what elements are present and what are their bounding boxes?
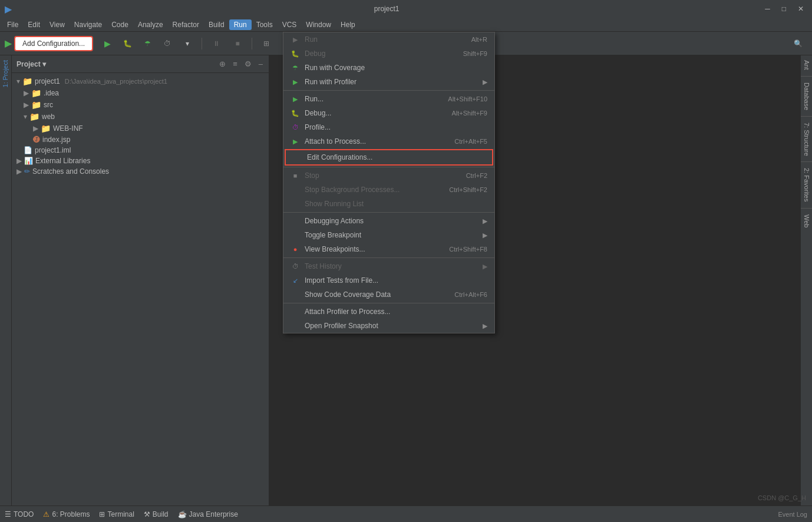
sidebar-item-structure[interactable]: 7: Structure bbox=[801, 118, 812, 161]
add-configuration-button[interactable]: Add Configuration... bbox=[14, 36, 93, 51]
menu-attach-profiler-item[interactable]: Attach Profiler to Process... bbox=[283, 305, 494, 319]
menu-tools[interactable]: Tools bbox=[252, 19, 278, 30]
menu-navigate[interactable]: Navigate bbox=[70, 19, 107, 30]
status-event-log[interactable]: Event Log bbox=[778, 511, 807, 518]
menu-file[interactable]: File bbox=[2, 19, 23, 30]
menu-debug-single-item[interactable]: 🐛 Debug... Alt+Shift+F9 bbox=[283, 106, 494, 120]
menu-import-tests-item[interactable]: ↙ Import Tests from File... bbox=[283, 273, 494, 288]
tree-item-idea[interactable]: ▶ 📁 .idea bbox=[12, 87, 269, 99]
menu-window[interactable]: Window bbox=[301, 19, 336, 30]
attach-icon: ▶ bbox=[291, 137, 300, 146]
profile-menu-icon: ⏱ bbox=[291, 123, 300, 132]
tree-item-scratches[interactable]: ▶ ✏ Scratches and Consoles bbox=[12, 166, 269, 177]
tree-item-project1[interactable]: ▾ 📁 project1 D:\Java\idea_java_projects\… bbox=[12, 75, 269, 87]
menu-run-item[interactable]: ▶ Run Alt+R bbox=[283, 32, 494, 47]
import-tests-icon: ↙ bbox=[291, 276, 300, 285]
dropdown-arrow-icon: ▾ bbox=[183, 39, 192, 48]
panel-close-icon[interactable]: – bbox=[258, 58, 264, 70]
status-java-enterprise[interactable]: ☕ Java Enterprise bbox=[178, 510, 238, 518]
sidebar-item-web[interactable]: Web bbox=[801, 210, 812, 232]
menu-debug-item[interactable]: 🐛 Debug Shift+F9 bbox=[283, 47, 494, 61]
minimize-button[interactable]: ─ bbox=[761, 4, 774, 14]
menu-refactor[interactable]: Refactor bbox=[168, 19, 204, 30]
menu-run-coverage-item[interactable]: ☂ Run with Coverage bbox=[283, 61, 494, 75]
separator-3 bbox=[283, 212, 494, 213]
run-menu[interactable]: ▶ Run Alt+R 🐛 Debug Shift+F9 ☂ Run with … bbox=[283, 32, 495, 333]
java-enterprise-icon: ☕ bbox=[178, 510, 187, 518]
menu-analyze[interactable]: Analyze bbox=[133, 19, 168, 30]
menu-edit[interactable]: Edit bbox=[23, 19, 45, 30]
tree-label-src: src bbox=[44, 101, 53, 109]
test-history-icon: ⏱ bbox=[291, 262, 300, 271]
search-everywhere-button[interactable]: 🔍 bbox=[788, 37, 807, 51]
todo-label: TODO bbox=[14, 510, 34, 518]
panel-gear-icon[interactable]: ⚙ bbox=[243, 58, 253, 70]
run-button[interactable]: ▶ bbox=[98, 37, 117, 51]
pause-icon: ⏸ bbox=[212, 39, 221, 48]
debug-single-shortcut: Alt+Shift+F9 bbox=[451, 110, 487, 117]
menu-build[interactable]: Build bbox=[204, 19, 229, 30]
menu-code[interactable]: Code bbox=[107, 19, 133, 30]
sidebar-item-database[interactable]: Database bbox=[801, 78, 812, 115]
menu-edit-config-item[interactable]: Edit Configurations... bbox=[285, 149, 493, 166]
menu-run-profiler-item[interactable]: ▶ Run with Profiler ▶ bbox=[283, 75, 494, 89]
tree-label-web: web bbox=[42, 113, 55, 121]
more-run-button[interactable]: ▾ bbox=[178, 37, 197, 51]
stop-icon: ■ bbox=[233, 39, 242, 48]
menu-view-breakpoints-item[interactable]: ● View Breakpoints... Ctrl+Shift+F8 bbox=[283, 242, 494, 256]
menu-vcs[interactable]: VCS bbox=[278, 19, 302, 30]
run-coverage-label: Run with Coverage bbox=[305, 64, 487, 72]
profile-button[interactable]: ⏱ bbox=[158, 37, 177, 51]
event-log-label: Event Log bbox=[778, 511, 807, 518]
run-menu-shortcut: Alt+R bbox=[471, 36, 487, 43]
menu-show-running-item[interactable]: Show Running List bbox=[283, 197, 494, 211]
maximize-button[interactable]: □ bbox=[778, 4, 790, 14]
menu-toggle-breakpoint-item[interactable]: Toggle Breakpoint ▶ bbox=[283, 228, 494, 242]
run-profiler-label: Run with Profiler bbox=[305, 78, 476, 86]
tree-label-extlibs: External Libraries bbox=[35, 157, 90, 165]
status-terminal[interactable]: ⊞ Terminal bbox=[99, 510, 134, 518]
menu-stop-item[interactable]: ■ Stop Ctrl+F2 bbox=[283, 169, 494, 183]
panel-settings-icon[interactable]: ≡ bbox=[232, 58, 239, 70]
tree-item-src[interactable]: ▶ 📁 src bbox=[12, 99, 269, 111]
debug-icon: 🐛 bbox=[123, 39, 132, 48]
tree-item-web[interactable]: ▾ 📁 web bbox=[12, 111, 269, 123]
iml-file-icon: 📄 bbox=[24, 146, 32, 154]
pause-button[interactable]: ⏸ bbox=[207, 37, 226, 51]
coverage-button[interactable]: ☂ bbox=[138, 37, 157, 51]
menu-show-coverage-item[interactable]: Show Code Coverage Data Ctrl+Alt+F6 bbox=[283, 288, 494, 302]
expand-arrow-web-icon: ▾ bbox=[24, 113, 27, 121]
menu-test-history-item[interactable]: ⏱ Test History ▶ bbox=[283, 259, 494, 273]
tree-item-webinf[interactable]: ▶ 📁 WEB-INF bbox=[12, 123, 269, 134]
menu-help[interactable]: Help bbox=[336, 19, 360, 30]
stop-toolbar-button[interactable]: ■ bbox=[228, 37, 247, 51]
tree-item-extlibs[interactable]: ▶ 📊 External Libraries bbox=[12, 156, 269, 166]
menu-open-profiler-snapshot-item[interactable]: Open Profiler Snapshot ▶ bbox=[283, 319, 494, 333]
menu-debugging-actions-item[interactable]: Debugging Actions ▶ bbox=[283, 214, 494, 228]
view-breakpoints-icon: ● bbox=[291, 245, 300, 254]
build-list-button[interactable]: ⊞ bbox=[257, 37, 276, 51]
status-bar: ☰ TODO ⚠ 6: Problems ⊞ Terminal ⚒ Build … bbox=[0, 506, 812, 522]
tree-item-iml[interactable]: 📄 project1.iml bbox=[12, 145, 269, 156]
debug-button[interactable]: 🐛 bbox=[118, 37, 137, 51]
sidebar-item-ant[interactable]: Ant bbox=[801, 55, 812, 75]
status-todo[interactable]: ☰ TODO bbox=[5, 510, 34, 518]
status-problems[interactable]: ⚠ 6: Problems bbox=[43, 510, 90, 518]
menu-stop-bg-item[interactable]: Stop Background Processes... Ctrl+Shift+… bbox=[283, 183, 494, 197]
sidebar-item-favorites[interactable]: 2: Favorites bbox=[801, 163, 812, 206]
sidebar-item-project[interactable]: 1: Project bbox=[0, 55, 11, 92]
open-profiler-snapshot-icon bbox=[291, 321, 300, 331]
status-build[interactable]: ⚒ Build bbox=[144, 510, 169, 518]
close-button[interactable]: ✕ bbox=[794, 4, 807, 14]
view-breakpoints-label: View Breakpoints... bbox=[305, 245, 444, 253]
menu-run[interactable]: Run bbox=[229, 19, 252, 30]
menu-attach-item[interactable]: ▶ Attach to Process... Ctrl+Alt+F5 bbox=[283, 134, 494, 148]
menu-profile-item[interactable]: ⏱ Profile... bbox=[283, 120, 494, 134]
tree-item-indexjsp[interactable]: 🅙 index.jsp bbox=[12, 134, 269, 145]
menu-view[interactable]: View bbox=[45, 19, 70, 30]
run-single-icon: ▶ bbox=[291, 94, 300, 104]
profile-menu-label: Profile... bbox=[305, 123, 487, 131]
panel-locate-icon[interactable]: ⊕ bbox=[218, 58, 227, 70]
menu-run-single-item[interactable]: ▶ Run... Alt+Shift+F10 bbox=[283, 92, 494, 106]
separator-1 bbox=[283, 90, 494, 91]
